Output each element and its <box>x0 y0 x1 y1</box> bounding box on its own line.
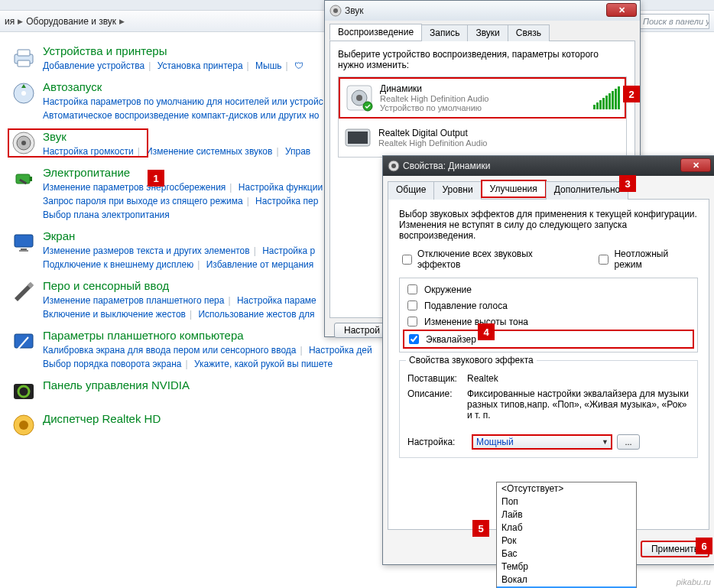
tab-general[interactable]: Общие <box>388 181 434 200</box>
link[interactable]: Использование жестов для <box>198 309 314 320</box>
dropdown-option[interactable]: Бас <box>497 547 636 560</box>
device-sub: Realtek High Definition Audio <box>380 94 488 103</box>
configure-button[interactable]: Настрой <box>334 323 390 338</box>
link[interactable]: Запрос пароля при выходе из спящего режи… <box>43 196 243 206</box>
speaker-icon <box>388 160 400 172</box>
dropdown-option[interactable]: Клаб <box>497 521 636 534</box>
preset-select[interactable]: Мощный▼ <box>472 434 612 450</box>
dropdown-option[interactable]: <Отсутствует> <box>497 482 636 495</box>
svg-point-19 <box>19 421 28 430</box>
section-links: Добавление устройства| Установка принтер… <box>43 59 303 73</box>
power-icon <box>11 166 37 192</box>
link[interactable]: Изменение размеров текста и других элеме… <box>43 245 250 256</box>
link[interactable]: Настройка громкости <box>43 146 134 157</box>
checkbox[interactable] <box>407 284 417 294</box>
section-heading[interactable]: Устройства и принтеры <box>43 44 303 57</box>
breadcrumb-part[interactable]: Оборудование и звук <box>26 16 116 27</box>
tab-enhancements[interactable]: Улучшения <box>481 180 547 198</box>
svg-rect-27 <box>348 132 368 144</box>
link[interactable]: Калибровка экрана для ввода пером или се… <box>43 345 296 356</box>
device-digital[interactable]: Realtek Digital Output Realtek High Defi… <box>339 119 626 157</box>
breadcrumb-part[interactable]: ия <box>5 16 15 27</box>
section-heading[interactable]: Перо и сенсорный ввод <box>43 279 316 292</box>
link[interactable]: Изменение параметров планшетного пера <box>43 295 224 306</box>
close-button[interactable]: ✕ <box>606 3 637 17</box>
tab-content: Выбор звуковых эффектов для применения к… <box>388 200 709 530</box>
desc-value: Фиксированные настройки эквалайзера для … <box>467 388 690 421</box>
link[interactable]: Настройка дей <box>309 345 372 356</box>
printer-icon <box>11 44 37 70</box>
speaker-icon <box>329 5 342 17</box>
close-button[interactable]: ✕ <box>680 158 711 172</box>
section-heading[interactable]: Автозапуск <box>43 80 323 93</box>
checkbox[interactable] <box>409 334 419 344</box>
titlebar[interactable]: Звук ✕ <box>325 1 640 21</box>
link[interactable]: Управ <box>285 146 310 157</box>
fx-item[interactable]: Подавление голоса <box>403 297 694 313</box>
svg-rect-9 <box>30 177 32 181</box>
link[interactable]: Настройка пер <box>255 196 318 206</box>
immediate-mode-checkbox[interactable]: Неотложный режим <box>596 249 698 270</box>
fx-item-equalizer[interactable]: Эквалайзер <box>403 330 694 349</box>
section-links: Калибровка экрана для ввода пером или се… <box>43 343 372 371</box>
link[interactable]: Добавление устройства <box>43 60 144 71</box>
tab-sounds[interactable]: Звуки <box>467 24 508 41</box>
link[interactable]: Настройка параме <box>237 295 316 306</box>
more-button[interactable]: ... <box>617 434 640 450</box>
pen-icon <box>11 279 37 305</box>
dropdown-option[interactable]: Вокал <box>497 573 636 586</box>
link[interactable]: Подключение к внешнему дисплею <box>43 259 193 270</box>
link[interactable]: Включение и выключение жестов <box>43 309 186 320</box>
tab-record[interactable]: Запись <box>421 24 468 41</box>
tab-playback[interactable]: Воспроизведение <box>329 24 422 41</box>
checkbox[interactable] <box>402 255 412 265</box>
fx-item[interactable]: Окружение <box>403 281 694 297</box>
realtek-icon <box>11 412 37 438</box>
vendor-label: Поставщик: <box>407 373 467 384</box>
link[interactable]: Избавление от мерцания <box>206 259 314 270</box>
tab-comm[interactable]: Связь <box>508 24 550 41</box>
link[interactable]: Выбор порядка поворота экрана <box>43 359 181 369</box>
setting-label: Настройка: <box>407 437 467 447</box>
section-heading[interactable]: Экран <box>43 229 315 242</box>
device-speakers[interactable]: Динамики Realtek High Definition Audio У… <box>339 77 626 119</box>
dropdown-option[interactable]: Тембр <box>497 560 636 573</box>
section-heading[interactable]: Параметры планшетного компьютера <box>43 329 372 342</box>
link[interactable]: Автоматическое воспроизведение компакт-д… <box>43 110 319 121</box>
fx-item[interactable]: Изменение высоты тона <box>403 313 694 330</box>
dropdown-option[interactable]: Рок <box>497 534 636 547</box>
link[interactable]: Настройка параметров по умолчанию для но… <box>43 96 323 107</box>
checkbox[interactable] <box>599 255 609 265</box>
dropdown-option[interactable]: Поп <box>497 495 636 508</box>
section-heading[interactable]: Диспетчер Realtek HD <box>43 412 161 425</box>
annotation-badge-6: 6 <box>696 538 712 554</box>
tab-advanced[interactable]: Дополнительно <box>546 181 628 200</box>
optical-icon <box>343 123 372 152</box>
annotation-badge-4: 4 <box>478 323 495 340</box>
volume-meter-icon <box>593 86 620 109</box>
search-input[interactable]: Поиск в панели у <box>639 14 709 29</box>
link[interactable]: Укажите, какой рукой вы пишете <box>194 359 333 369</box>
link[interactable]: Изменение системных звуков <box>146 146 272 157</box>
link[interactable]: Настройка р <box>262 245 315 256</box>
preset-dropdown[interactable]: <Отсутствует>ПопЛайвКлабРокБасТембрВокал… <box>496 482 637 588</box>
link[interactable]: Установка принтера <box>157 60 243 71</box>
tab-levels[interactable]: Уровни <box>433 181 481 200</box>
disable-all-checkbox[interactable]: Отключение всех звуковых эффектов <box>399 249 577 270</box>
link[interactable]: Настройка функции <box>239 182 323 193</box>
link[interactable]: Мышь <box>255 60 282 71</box>
link[interactable]: Выбор плана электропитания <box>43 210 170 220</box>
checkbox[interactable] <box>407 317 417 326</box>
section-heading[interactable]: Электропитание <box>43 166 323 179</box>
link[interactable]: Изменение параметров энергосбережения <box>43 182 226 193</box>
titlebar[interactable]: Свойства: Динамики ✕ <box>383 156 714 176</box>
section-links: Настройка громкости| Изменение системных… <box>43 145 310 158</box>
dropdown-option[interactable]: Лайв <box>497 508 636 521</box>
checkbox[interactable] <box>407 300 417 310</box>
instruction-text: Выберите устройство воспроизведения, пар… <box>338 49 627 70</box>
section-heading[interactable]: Звук <box>43 130 310 143</box>
vendor-value: Realtek <box>467 373 690 384</box>
svg-point-4 <box>21 91 26 96</box>
section-heading[interactable]: Панель управления NVIDIA <box>43 378 190 391</box>
svg-rect-11 <box>15 235 33 247</box>
